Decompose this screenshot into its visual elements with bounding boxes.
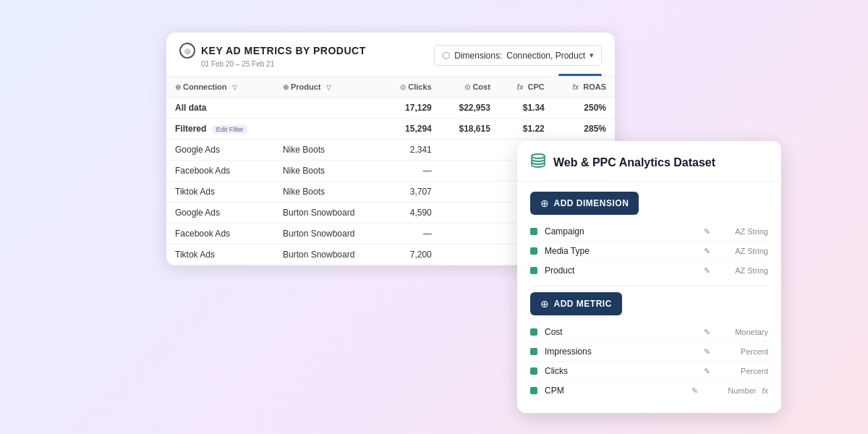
dimension-indicator [530,267,537,274]
cell-cpc: $1.34 [499,98,553,119]
metrics-card-title: KEY AD METRICS BY PRODUCT [201,45,366,56]
cell-product: Burton Snowboard [274,224,382,244]
svg-point-0 [532,154,545,158]
roas-col-icon: fx [572,83,579,91]
list-item: Campaign ✎ AZ String [530,222,768,242]
dimensions-button[interactable]: ⬡ Dimensions: Connection, Product ▾ [434,45,602,66]
dataset-stack-icon [530,153,546,172]
metric-name: Clicks [545,366,701,376]
add-metric-button[interactable]: ⊕ ADD METRIC [530,292,622,315]
cell-roas: 285% [553,119,615,140]
col-header-cost: ⊙Cost [441,77,499,98]
metric-indicator [530,348,537,355]
metrics-header: ◎ KEY AD METRICS BY PRODUCT 01 Feb 20 – … [166,33,615,74]
cell-connection: Facebook Ads [166,161,274,182]
connection-col-icon: ⊕ [175,83,181,91]
metric-name: CPM [545,386,689,396]
edit-pencil-icon[interactable]: ✎ [692,386,698,396]
cell-cost [441,182,499,203]
product-filter-icon[interactable]: ▽ [326,84,331,91]
metric-list: Cost ✎ Monetary Impressions ✎ Percent Cl… [530,323,768,400]
cell-connection: Facebook Ads [166,224,274,244]
cell-clicks: — [382,224,441,244]
cell-product [274,98,382,119]
connection-filter-icon[interactable]: ▽ [232,84,237,91]
dimension-name: Media Type [545,246,701,256]
edit-pencil-icon[interactable]: ✎ [704,328,710,337]
cell-clicks: 15,294 [382,119,441,140]
list-item: Product ✎ AZ String [530,261,768,280]
cell-connection: Filtered Edit Filter [166,119,274,140]
cell-product: Burton Snowboard [274,203,382,224]
cell-cpc: $1.22 [499,119,553,140]
table-header-row: ⊕Connection ▽ ⊕Product ▽ ⊙Clicks ⊙Cost f… [166,77,615,98]
cell-cost [441,224,499,244]
col-header-connection: ⊕Connection ▽ [166,77,274,98]
metric-type: Monetary [710,328,768,336]
plus-icon: ⊕ [540,298,550,310]
list-item: Impressions ✎ Percent [530,342,768,362]
metric-name: Cost [545,327,701,337]
cell-roas: 250% [553,98,615,119]
col-header-clicks: ⊙Clicks [382,77,441,98]
list-item: Cost ✎ Monetary [530,323,768,342]
cell-product [274,119,382,140]
metric-name: Impressions [545,346,701,357]
col-header-roas: fx ROAS [553,77,615,98]
metric-type: Percent [710,367,768,375]
dimension-name: Product [545,265,701,276]
product-col-icon: ⊕ [283,83,289,91]
col-header-product: ⊕Product ▽ [274,77,382,98]
dimensions-value: Connection, Product [506,51,585,61]
cell-cost [441,203,499,224]
col-header-cpc: fx CPC [499,77,553,98]
cell-clicks: 3,707 [382,182,441,203]
plus-icon: ⊕ [540,197,550,209]
add-dimension-label: ADD DIMENSION [554,198,629,208]
cell-clicks: 4,590 [382,203,441,224]
cell-connection: Tiktok Ads [166,244,274,265]
cell-cost [441,161,499,182]
add-dimension-button[interactable]: ⊕ ADD DIMENSION [530,192,639,215]
dimension-list: Campaign ✎ AZ String Media Type ✎ AZ Str… [530,222,768,280]
cell-product: Nike Boots [274,140,382,161]
edit-filter-badge[interactable]: Edit Filter [213,125,247,134]
dataset-panel-body: ⊕ ADD DIMENSION Campaign ✎ AZ String Med… [517,182,781,413]
dimension-indicator [530,228,537,235]
chevron-down-icon: ▾ [590,51,594,60]
metrics-icon-title: ◎ KEY AD METRICS BY PRODUCT [179,43,366,59]
list-item: Media Type ✎ AZ String [530,242,768,261]
cost-col-icon: ⊙ [464,83,470,91]
section-divider [530,286,768,286]
edit-pencil-icon[interactable]: ✎ [704,266,710,276]
edit-pencil-icon[interactable]: ✎ [704,347,710,357]
edit-pencil-icon[interactable]: ✎ [704,247,710,256]
metrics-card-icon: ◎ [179,43,195,59]
cell-connection: All data [166,98,274,119]
metrics-title-group: ◎ KEY AD METRICS BY PRODUCT 01 Feb 20 – … [179,43,366,68]
metric-type: Number [698,386,756,395]
cell-product: Nike Boots [274,182,382,203]
dataset-panel-title: Web & PPC Analytics Dataset [553,156,715,169]
table-row: Filtered Edit Filter 15,294 $18,615 $1.2… [166,119,615,140]
metric-indicator [530,387,537,394]
table-row: All data 17,129 $22,953 $1.34 250% [166,98,615,119]
edit-pencil-icon[interactable]: ✎ [704,367,710,376]
cell-clicks: — [382,161,441,182]
cpc-col-icon: fx [517,83,524,91]
dimension-indicator [530,247,537,255]
cell-product: Burton Snowboard [274,244,382,265]
cell-cost: $18,615 [441,119,499,140]
cell-clicks: 7,200 [382,244,441,265]
cell-connection: Google Ads [166,203,274,224]
dimension-type: AZ String [710,247,768,255]
cell-cost [441,140,499,161]
add-metric-label: ADD METRIC [554,299,612,309]
cell-cost [441,244,499,265]
dimension-name: Campaign [545,226,701,237]
list-item: Clicks ✎ Percent [530,362,768,381]
edit-pencil-icon[interactable]: ✎ [704,227,710,237]
metric-indicator [530,367,537,375]
clicks-col-icon: ⊙ [400,83,406,91]
metric-type: Percent [710,347,768,356]
